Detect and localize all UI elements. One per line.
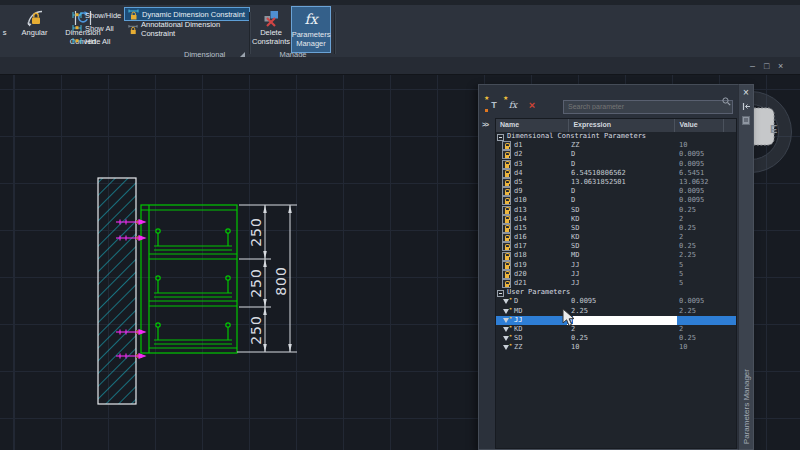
parameter-name: d21 bbox=[514, 279, 527, 288]
dimensional-constraint-icon bbox=[502, 196, 511, 205]
hide-all-button[interactable]: Hide All bbox=[72, 35, 110, 47]
parameter-expression: 5 bbox=[571, 316, 677, 325]
dynamic-dimension-constraint-button[interactable]: Dynamic Dimension Constraint bbox=[124, 7, 250, 21]
parameter-row[interactable]: ZZ1010 bbox=[496, 343, 736, 352]
parameter-row[interactable]: d15SD0.25 bbox=[496, 224, 736, 233]
parameter-row[interactable]: d3D0.0095 bbox=[496, 160, 736, 169]
dimensional-constraint-icon bbox=[502, 160, 511, 169]
parameter-name: d14 bbox=[514, 215, 527, 224]
parameters-manager-palette: T ★ fx ★ × >> Name bbox=[478, 84, 754, 450]
parameter-value: 0.0095 bbox=[679, 196, 736, 205]
panel-separator bbox=[334, 12, 335, 54]
parameter-expression: MD bbox=[571, 251, 677, 260]
column-header-spacer bbox=[724, 119, 736, 132]
dimensional-constraint-icon bbox=[502, 178, 511, 187]
dimension-glyph-icon bbox=[72, 24, 82, 32]
collapse-toggle-icon[interactable] bbox=[497, 134, 504, 141]
parameter-name: d10 bbox=[514, 196, 527, 205]
parameter-name: KD bbox=[514, 325, 522, 334]
dimensional-constraint-icon bbox=[502, 169, 511, 178]
window-minimize-button[interactable]: – bbox=[750, 60, 755, 72]
window-close-button[interactable]: × bbox=[778, 60, 783, 72]
parameter-name: d20 bbox=[514, 270, 527, 279]
new-badge-icon: ★ bbox=[484, 94, 489, 101]
new-badge-icon: ★ bbox=[503, 94, 508, 101]
expand-filter-tree-button[interactable]: >> bbox=[482, 121, 488, 128]
new-user-parameter-icon[interactable]: fx ★ bbox=[506, 98, 520, 112]
parameter-row[interactable]: d20JJ5 bbox=[496, 270, 736, 279]
parameter-expression: 2 bbox=[571, 325, 677, 334]
parameter-row[interactable]: d9D0.0095 bbox=[496, 187, 736, 196]
parameter-row[interactable]: d10D0.0095 bbox=[496, 196, 736, 205]
dimension-glyph-icon bbox=[72, 37, 82, 45]
dimensional-constraint-icon bbox=[502, 261, 511, 270]
parameter-expression: D bbox=[571, 187, 677, 196]
parameter-value bbox=[679, 316, 736, 325]
parameter-value: 0.25 bbox=[679, 206, 736, 215]
parameter-row[interactable]: d513.063185250113.0632 bbox=[496, 178, 736, 187]
expression-edit-field[interactable]: 5 bbox=[567, 316, 677, 325]
parameter-row[interactable]: d19JJ5 bbox=[496, 261, 736, 270]
collapse-toggle-icon[interactable] bbox=[497, 290, 504, 297]
parameter-expression: JJ bbox=[571, 279, 677, 288]
parameters-manager-button[interactable]: fx Parameters Manager bbox=[291, 6, 331, 53]
parameter-row[interactable]: d2D0.0095 bbox=[496, 150, 736, 159]
palette-close-icon[interactable]: × bbox=[739, 88, 753, 98]
parameter-expression: KD bbox=[571, 215, 677, 224]
palette-properties-icon[interactable] bbox=[739, 116, 753, 125]
parameter-value: 0.0095 bbox=[679, 160, 736, 169]
parameter-row[interactable]: d14KD2 bbox=[496, 215, 736, 224]
parameter-name: d2 bbox=[514, 150, 522, 159]
parameter-row[interactable]: d1ZZ10 bbox=[496, 141, 736, 150]
parameter-row[interactable]: D0.00950.0095 bbox=[496, 297, 736, 306]
parameter-row[interactable]: SD0.250.25 bbox=[496, 334, 736, 343]
application-window: s Angular Dime bbox=[0, 0, 800, 450]
parameter-value: 5 bbox=[679, 261, 736, 270]
annotational-dimension-constraint-button[interactable]: Annotational Dimension Constraint bbox=[124, 22, 250, 36]
show-all-button[interactable]: Show All bbox=[72, 22, 114, 34]
parameter-name: d3 bbox=[514, 160, 522, 169]
parameter-group-header[interactable]: Dimensional Constraint Parameters bbox=[496, 132, 736, 141]
orange-marker-icon bbox=[485, 109, 488, 112]
column-header-value[interactable]: Value bbox=[675, 119, 724, 132]
delete-parameter-icon[interactable]: × bbox=[525, 98, 539, 112]
parameter-row[interactable]: KD22 bbox=[496, 325, 736, 334]
parameter-row[interactable]: JJ5 bbox=[496, 316, 736, 325]
palette-title-bar[interactable]: × Parameters Manager bbox=[738, 84, 754, 450]
new-parameter-icon[interactable]: T ★ bbox=[487, 98, 501, 112]
column-header-name[interactable]: Name bbox=[496, 119, 569, 132]
parameter-value: 2 bbox=[679, 233, 736, 242]
parameter-group-header[interactable]: User Parameters bbox=[496, 288, 736, 297]
parameter-row[interactable]: d18MD2.25 bbox=[496, 251, 736, 260]
dimension-glyph-icon bbox=[72, 11, 82, 19]
show-hide-button[interactable]: Show/Hide bbox=[72, 9, 121, 21]
parameter-value: 2 bbox=[679, 325, 736, 334]
auto-hide-icon[interactable] bbox=[739, 102, 753, 111]
parameter-row[interactable]: MD2.252.25 bbox=[496, 307, 736, 316]
parameter-value: 0.0095 bbox=[679, 150, 736, 159]
parameter-value: 5 bbox=[679, 270, 736, 279]
column-header-expression[interactable]: Expression bbox=[569, 119, 675, 132]
delete-constraints-button[interactable]: Delete Constraints bbox=[252, 7, 290, 46]
parameter-row[interactable]: d21JJ5 bbox=[496, 279, 736, 288]
parameter-row[interactable]: d13SD0.25 bbox=[496, 206, 736, 215]
parameter-name: d15 bbox=[514, 224, 527, 233]
search-input[interactable] bbox=[563, 100, 733, 114]
angular-button[interactable]: Angular bbox=[11, 7, 58, 37]
window-restore-button[interactable]: □ bbox=[764, 60, 769, 72]
parameter-value: 2 bbox=[679, 215, 736, 224]
cutoff-button[interactable]: s bbox=[0, 7, 9, 37]
parameter-name: d5 bbox=[514, 178, 522, 187]
parameter-name: d9 bbox=[514, 187, 522, 196]
parameter-row[interactable]: d16KD2 bbox=[496, 233, 736, 242]
annotational-constraint-icon bbox=[128, 24, 138, 35]
dimensional-constraint-icon bbox=[502, 206, 511, 215]
parameter-row[interactable]: d46.545108065626.5451 bbox=[496, 169, 736, 178]
parameter-row[interactable]: d17SD0.25 bbox=[496, 242, 736, 251]
dimensional-constraint-icon bbox=[502, 141, 511, 150]
parameter-expression: SD bbox=[571, 242, 677, 251]
parameter-value: 0.0095 bbox=[679, 187, 736, 196]
parameter-value: 10 bbox=[679, 343, 736, 352]
parameter-expression: JJ bbox=[571, 270, 677, 279]
parameter-expression: 2.25 bbox=[571, 307, 677, 316]
